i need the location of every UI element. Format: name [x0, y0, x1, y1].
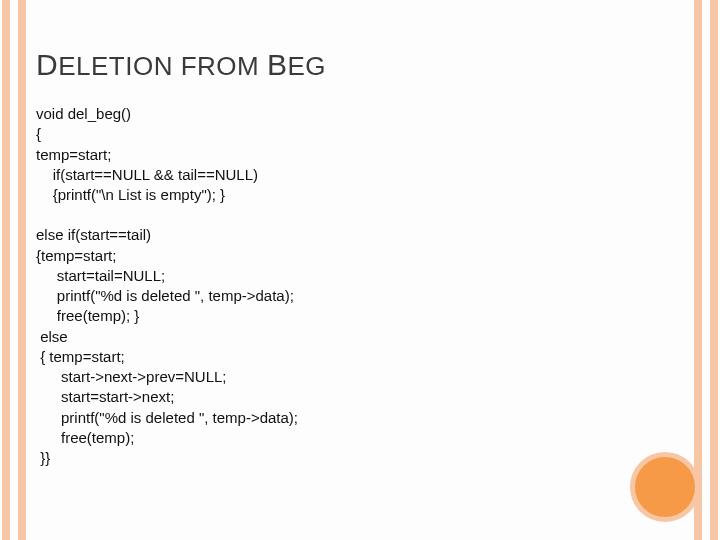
right-stripe-2	[710, 0, 718, 540]
left-stripe-2	[18, 0, 26, 540]
right-stripe-1	[694, 0, 702, 540]
title-cap-d: D	[36, 48, 58, 81]
title-part-2: EG	[287, 51, 326, 81]
left-stripe-1	[2, 0, 10, 540]
code-block-2: else if(start==tail) {temp=start; start=…	[36, 225, 684, 468]
title-part-1: ELETION FROM	[58, 51, 267, 81]
code-block-1: void del_beg() { temp=start; if(start==N…	[36, 104, 684, 205]
slide-title: DELETION FROM BEG	[36, 48, 684, 82]
slide-content: DELETION FROM BEG void del_beg() { temp=…	[36, 48, 684, 468]
title-cap-b: B	[267, 48, 288, 81]
